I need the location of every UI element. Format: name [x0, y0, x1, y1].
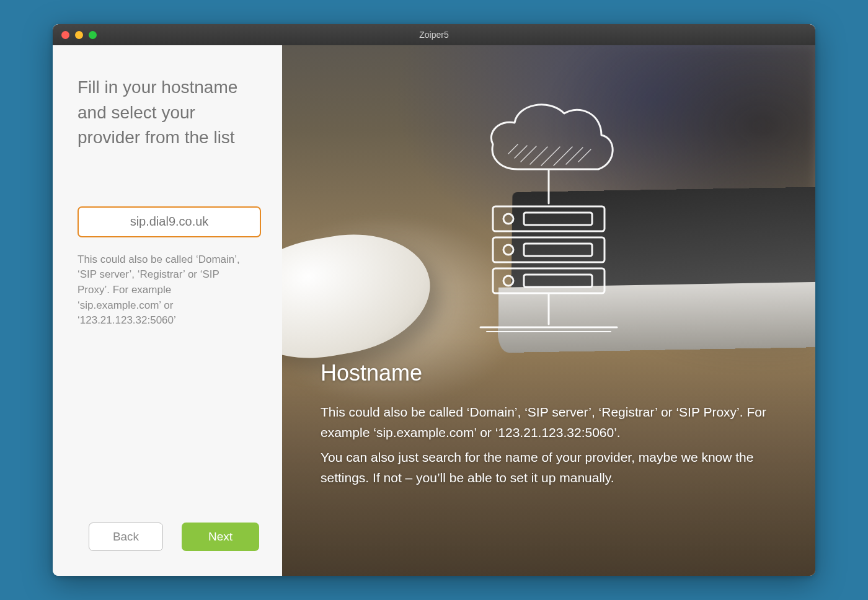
content-area: Fill in your hostname and select your pr… [53, 45, 815, 576]
svg-point-13 [503, 245, 513, 255]
svg-rect-14 [524, 244, 592, 256]
back-button[interactable]: Back [89, 523, 163, 551]
svg-line-2 [521, 146, 536, 162]
step-heading: Fill in your hostname and select your pr… [78, 75, 261, 151]
svg-line-7 [578, 149, 591, 162]
info-heading: Hostname [321, 360, 778, 386]
info-paragraph-2: You can also just search for the name of… [321, 448, 778, 488]
svg-line-5 [554, 147, 572, 165]
svg-point-10 [503, 214, 513, 224]
window-controls [61, 31, 97, 39]
titlebar[interactable]: Zoiper5 [53, 24, 815, 45]
svg-line-1 [515, 146, 527, 158]
hostname-helper-text: This could also be called ‘Domain’, ‘SIP… [78, 252, 251, 329]
minimize-window-button[interactable] [75, 31, 83, 39]
svg-rect-11 [524, 213, 592, 225]
svg-line-4 [541, 147, 560, 165]
right-panel: Hostname This could also be called ‘Doma… [282, 45, 815, 576]
svg-rect-9 [493, 206, 604, 231]
app-window: Zoiper5 Fill in your hostname and select… [53, 24, 815, 576]
svg-rect-17 [524, 275, 592, 287]
left-panel: Fill in your hostname and select your pr… [53, 45, 282, 576]
wizard-buttons: Back Next [78, 523, 261, 551]
next-button[interactable]: Next [182, 523, 259, 551]
decorative-mouse-illustration [282, 221, 440, 372]
zoom-window-button[interactable] [89, 31, 97, 39]
right-info-block: Hostname This could also be called ‘Doma… [321, 360, 778, 493]
svg-point-16 [503, 276, 513, 286]
window-title: Zoiper5 [53, 30, 815, 40]
hostname-input[interactable] [78, 206, 261, 237]
svg-rect-15 [493, 268, 604, 293]
svg-line-0 [508, 144, 518, 154]
svg-rect-12 [493, 237, 604, 262]
cloud-server-icon [456, 89, 642, 349]
close-window-button[interactable] [61, 31, 69, 39]
info-paragraph-1: This could also be called ‘Domain’, ‘SIP… [321, 402, 778, 443]
